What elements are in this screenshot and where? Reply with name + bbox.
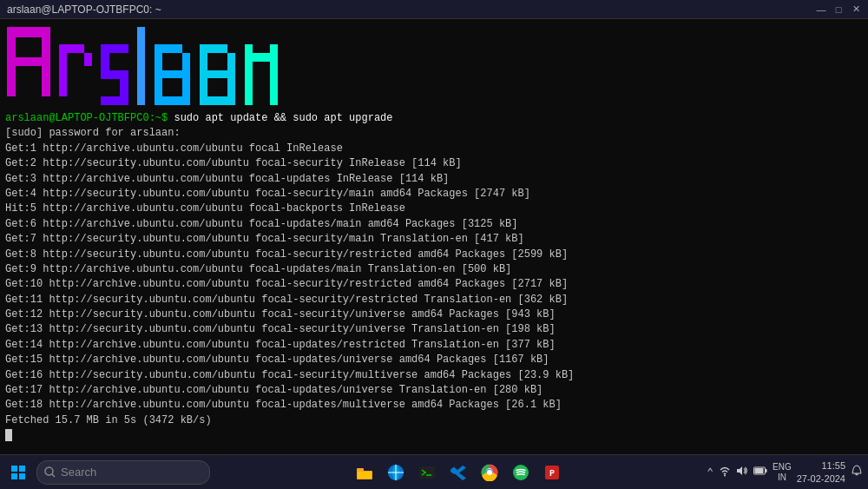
svg-rect-35 [419,466,435,479]
command-text: sudo apt update && sudo apt upgrade [174,112,392,124]
get16-line: Get:16 http://security.ubuntu.com/ubuntu… [5,368,863,383]
system-tray-chevron[interactable]: ⌃ [707,466,713,479]
svg-marker-44 [737,466,742,475]
svg-rect-16 [162,70,182,78]
get6-line: Get:6 http://archive.ubuntu.com/ubuntu f… [5,217,863,232]
logo [5,23,863,109]
svg-rect-10 [120,79,128,96]
get3-line: Get:3 http://archive.ubuntu.com/ubuntu f… [5,172,863,187]
svg-rect-17 [155,96,190,105]
svg-rect-13 [155,44,182,53]
terminal-cursor [5,429,12,441]
svg-point-26 [45,467,53,475]
taskbar-browser[interactable] [382,459,410,486]
hit5-line: Hit:5 http://archive.ubuntu.com/ubuntu f… [5,202,863,216]
svg-rect-9 [101,70,128,79]
svg-rect-1 [16,27,42,37]
clock-time: 11:55 [821,459,845,472]
clock-date: 27-02-2024 [797,472,845,485]
get14-line: Get:14 http://archive.ubuntu.com/ubuntu … [5,338,863,353]
svg-rect-47 [755,468,764,473]
svg-rect-24 [253,53,270,62]
svg-rect-5 [67,44,84,53]
svg-rect-7 [101,44,128,53]
windows-icon [11,466,25,479]
window-title: arslaan@LAPTOP-OJTBFPC0: ~ [7,3,161,16]
system-clock[interactable]: 11:55 27-02-2024 [797,459,845,485]
battery-icon[interactable] [753,465,767,480]
get4-line: Get:4 http://security.ubuntu.com/ubuntu … [5,187,863,202]
svg-rect-4 [59,44,67,96]
minimize-button[interactable]: — [816,4,826,15]
taskbar-file-explorer[interactable] [351,459,378,486]
get18-line: Get:18 http://archive.ubuntu.com/ubuntu … [5,398,863,413]
svg-text:P: P [549,469,555,479]
start-button[interactable] [5,459,31,486]
volume-icon[interactable] [736,465,748,480]
taskbar-spotify[interactable] [507,459,535,486]
taskbar-terminal[interactable] [413,459,441,486]
maximize-button[interactable]: □ [833,4,844,15]
terminal-prompt-line: arslaan@LAPTOP-OJTBFPC0:~$ sudo apt upda… [5,111,863,126]
get17-line: Get:17 http://archive.ubuntu.com/ubuntu … [5,383,863,398]
svg-rect-46 [766,469,767,472]
get15-line: Get:15 http://archive.ubuntu.com/ubuntu … [5,353,863,367]
svg-rect-0 [7,27,16,96]
language-badge[interactable]: ENG IN [773,462,792,483]
svg-rect-22 [200,96,235,105]
get7-line: Get:7 http://security.ubuntu.com/ubuntu … [5,232,863,247]
taskbar-center: P [351,459,566,486]
wifi-icon[interactable] [719,465,731,480]
taskbar-right: ⌃ ENG [707,459,863,485]
prompt-text: arslaan@LAPTOP-OJTBFPC0:~$ [5,112,174,124]
fetched-line: Fetched 15.7 MB in 5s (3472 kB/s) [5,413,863,428]
titlebar: arslaan@LAPTOP-OJTBFPC0: ~ — □ ✕ [0,0,868,19]
get12-line: Get:12 http://security.ubuntu.com/ubuntu… [5,307,863,322]
taskbar-vscode[interactable] [444,459,472,486]
taskbar: Search [0,454,868,489]
search-icon [44,466,56,478]
get13-line: Get:13 http://security.ubuntu.com/ubuntu… [5,322,863,337]
svg-rect-18 [200,44,227,53]
get11-line: Get:11 http://security.ubuntu.com/ubuntu… [5,293,863,307]
region-text: IN [778,472,786,483]
get8-line: Get:8 http://security.ubuntu.com/ubuntu … [5,248,863,262]
svg-rect-2 [42,27,50,96]
sudo-password-line: [sudo] password for arslaan: [5,126,863,141]
terminal-content: arslaan@LAPTOP-OJTBFPC0:~$ sudo apt upda… [5,111,863,444]
svg-rect-23 [245,44,253,105]
get10-line: Get:10 http://archive.ubuntu.com/ubuntu … [5,277,863,292]
window-controls: — □ ✕ [816,4,861,15]
svg-point-40 [513,465,529,480]
taskbar-app7[interactable]: P [538,459,566,486]
svg-rect-21 [207,70,227,78]
svg-point-39 [487,470,492,475]
close-button[interactable]: ✕ [851,4,861,15]
notification-icon[interactable] [851,465,863,480]
svg-rect-11 [101,96,128,105]
svg-rect-3 [16,57,42,66]
language-text: ENG [773,462,792,472]
cursor-line [5,428,863,443]
svg-rect-30 [358,472,372,479]
taskbar-left: Search [5,459,210,486]
svg-rect-12 [137,27,145,105]
get1-line: Get:1 http://archive.ubuntu.com/ubuntu f… [5,142,863,156]
svg-line-27 [52,474,55,477]
svg-rect-25 [270,44,278,105]
get9-line: Get:9 http://archive.ubuntu.com/ubuntu f… [5,262,863,277]
get2-line: Get:2 http://security.ubuntu.com/ubuntu … [5,156,863,171]
taskbar-chrome[interactable] [476,459,503,486]
svg-rect-6 [84,53,92,66]
search-bar[interactable]: Search [36,460,210,485]
search-label: Search [61,466,96,479]
svg-point-43 [724,474,726,476]
svg-rect-8 [101,53,109,70]
terminal-window: arslaan@LAPTOP-OJTBFPC0:~$ sudo apt upda… [0,19,868,454]
